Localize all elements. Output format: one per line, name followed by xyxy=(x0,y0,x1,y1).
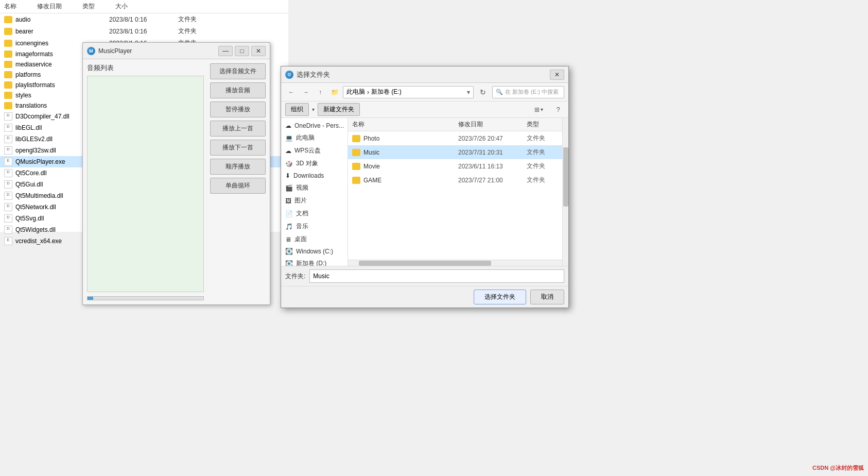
dialog-action-bar: 组织 ▾ 新建文件夹 ⊞ ▾ ? xyxy=(281,101,568,118)
close-button[interactable]: ✕ xyxy=(251,46,266,56)
dialog-action-buttons: 选择文件夹 取消 xyxy=(281,286,568,308)
folder-icon xyxy=(4,28,12,35)
filename-label: 文件夹: xyxy=(285,272,305,281)
breadcrumb-part1: 此电脑 xyxy=(346,88,365,96)
forward-button[interactable]: → xyxy=(300,86,312,98)
file-list-item[interactable]: audio 2023/8/1 0:16 文件夹 xyxy=(0,13,288,25)
item-name: iconengines xyxy=(15,40,48,47)
item-name: QMusicPlayer.exe xyxy=(15,158,65,165)
dialog-close-button[interactable]: ✕ xyxy=(550,70,564,80)
item-name: libGLESv2.dll xyxy=(15,135,53,143)
nav-item[interactable]: ⬇ Downloads xyxy=(281,170,348,181)
nav-item[interactable]: ☁ OneDrive - Pers... xyxy=(281,120,348,131)
cancel-button[interactable]: 取消 xyxy=(530,290,564,304)
dialog-file-item[interactable]: Music 2023/7/31 20:31 文件夹 xyxy=(348,145,568,159)
nav-item-icon: 💽 xyxy=(285,248,293,255)
dialog-file-item[interactable]: Photo 2023/7/26 20:47 文件夹 xyxy=(348,131,568,145)
sequential-button[interactable]: 顺序播放 xyxy=(210,159,266,175)
pause-button[interactable]: 暂停播放 xyxy=(210,101,266,117)
organize-button[interactable]: 组织 xyxy=(285,103,309,116)
nav-item[interactable]: 💽 Windows (C:) xyxy=(281,246,348,257)
dialog-file-header: 名称 修改日期 类型 xyxy=(348,118,568,131)
nav-item[interactable]: ☁ WPS云盘 xyxy=(281,144,348,157)
folder-icon xyxy=(352,149,360,156)
folder-icon xyxy=(4,61,12,68)
back-button[interactable]: ← xyxy=(285,86,298,98)
nav-item[interactable]: 💽 新加卷 (D:) xyxy=(281,257,348,266)
dialog-scroll: 名称 修改日期 类型 Photo 2023/7/26 20:47 文件夹 Mus… xyxy=(348,118,568,266)
dialog-file-item[interactable]: GAME 2023/7/27 21:00 文件夹 xyxy=(348,173,568,187)
playlist-label: 音频列表 xyxy=(87,63,204,73)
item-name: Qt5Network.dll xyxy=(15,203,56,211)
playlist-area xyxy=(87,76,204,292)
col-header-type: 类型 xyxy=(82,2,95,11)
single-loop-button[interactable]: 单曲循环 xyxy=(210,178,266,194)
nav-item-icon: ☁ xyxy=(285,147,291,155)
breadcrumb-dropdown-icon[interactable]: ▾ xyxy=(467,89,470,96)
titlebar-left: M MusicPlayer xyxy=(87,47,132,55)
scrollbar-h-thumb[interactable] xyxy=(359,261,491,266)
vertical-scrollbar[interactable] xyxy=(562,118,568,266)
filename-input[interactable] xyxy=(309,269,564,283)
dfi-name: GAME xyxy=(363,177,381,184)
col-header-name: 名称 xyxy=(4,2,16,11)
nav-item[interactable]: 📄 文档 xyxy=(281,207,348,220)
folder-nav-icon: 📁 xyxy=(328,86,341,98)
view-toggle-button[interactable]: ⊞ ▾ xyxy=(528,104,549,116)
nav-item-label: 3D 对象 xyxy=(296,159,318,168)
play-button[interactable]: 播放音频 xyxy=(210,82,266,98)
progress-bar[interactable] xyxy=(87,296,204,300)
dfi-date: 2023/7/26 20:47 xyxy=(458,135,525,142)
dialog-file-item[interactable]: Movie 2023/6/11 16:13 文件夹 xyxy=(348,159,568,173)
minimize-button[interactable]: — xyxy=(218,46,233,56)
nav-item-icon: 🎲 xyxy=(285,160,293,167)
item-name: Qt5Core.dll xyxy=(15,169,47,177)
breadcrumb-sep1: › xyxy=(367,89,369,96)
scrollbar-thumb[interactable] xyxy=(563,147,568,207)
folder-icon xyxy=(352,163,360,170)
dll-icon: D xyxy=(4,180,12,189)
folder-icon xyxy=(4,16,12,23)
horizontal-scrollbar[interactable] xyxy=(348,260,568,266)
progress-fill xyxy=(88,297,93,300)
nav-item[interactable]: 🎲 3D 对象 xyxy=(281,157,348,170)
dfi-name-col: Movie xyxy=(352,163,456,170)
file-list-item[interactable]: bearer 2023/8/1 0:16 文件夹 xyxy=(0,25,288,37)
item-name: mediaservice xyxy=(15,61,52,68)
up-button[interactable]: ↑ xyxy=(314,86,326,98)
breadcrumb-bar[interactable]: 此电脑 › 新加卷 (E:) ▾ xyxy=(343,86,474,98)
refresh-button[interactable]: ↻ xyxy=(476,86,490,98)
dll-icon: D xyxy=(4,146,12,155)
col-header-date: 修改日期 xyxy=(37,2,62,11)
folder-icon xyxy=(4,102,12,109)
nav-item[interactable]: 🖼 图片 xyxy=(281,194,348,207)
select-folder-button[interactable]: 选择文件夹 xyxy=(474,290,526,304)
search-input[interactable]: 🔍 在 新加卷 (E:) 中搜索 xyxy=(492,86,564,98)
nav-item-label: 图片 xyxy=(294,196,307,205)
dfi-type: 文件夹 xyxy=(527,162,564,171)
dll-icon: D xyxy=(4,226,12,234)
dfi-type: 文件夹 xyxy=(527,134,564,143)
nav-item[interactable]: 💻 此电脑 xyxy=(281,131,348,144)
item-name: Qt5Svg.dll xyxy=(15,215,44,222)
nav-item[interactable]: 🎬 视频 xyxy=(281,181,348,194)
app-icon: M xyxy=(87,47,95,55)
nav-item-icon: 📄 xyxy=(285,210,293,217)
nav-item[interactable]: 🖥 桌面 xyxy=(281,233,348,246)
nav-item[interactable]: 🎵 音乐 xyxy=(281,220,348,233)
dfi-name: Photo xyxy=(363,135,379,142)
nav-item-icon: 💽 xyxy=(285,260,293,266)
item-date: 2023/8/1 0:16 xyxy=(109,28,176,35)
next-button[interactable]: 播放下一首 xyxy=(210,140,266,156)
select-file-button[interactable]: 选择音频文件 xyxy=(210,63,266,79)
nav-item-label: 新加卷 (D:) xyxy=(296,259,326,266)
new-folder-button[interactable]: 新建文件夹 xyxy=(318,103,360,116)
dfi-date: 2023/7/27 21:00 xyxy=(458,177,525,184)
previous-button[interactable]: 播放上一首 xyxy=(210,121,266,137)
item-name: bearer xyxy=(15,28,33,35)
maximize-button[interactable]: □ xyxy=(235,46,249,56)
folder-icon xyxy=(4,40,12,47)
breadcrumb-part2: 新加卷 (E:) xyxy=(371,88,402,96)
help-button[interactable]: ? xyxy=(552,104,564,116)
folder-icon xyxy=(352,135,360,142)
